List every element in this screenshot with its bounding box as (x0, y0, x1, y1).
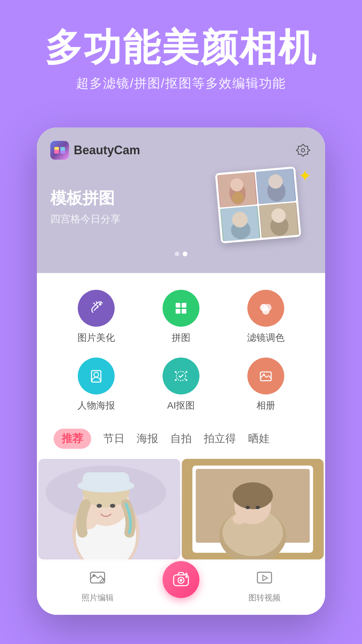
icon-cutout[interactable]: AI抠图 (142, 358, 220, 412)
beauty-label: 图片美化 (77, 331, 115, 344)
album-label: 相册 (256, 399, 275, 412)
video-label: 图转视频 (248, 592, 281, 603)
banner-description: 四宫格今日分享 (50, 212, 218, 226)
icon-poster[interactable]: 人物海报 (57, 358, 135, 412)
filter-icon-circle (247, 290, 284, 327)
svg-rect-45 (82, 472, 129, 487)
album-icon-circle (247, 358, 284, 394)
svg-rect-67 (257, 572, 272, 583)
collage-icon-circle (163, 290, 199, 327)
collage-cell-2 (256, 168, 296, 204)
hero-section: 多功能美颜相机 超多滤镜/拼图/抠图等多效编辑功能 (0, 0, 362, 105)
cutout-label: AI抠图 (167, 399, 195, 412)
svg-point-19 (99, 303, 102, 306)
collage-label: 拼图 (172, 331, 190, 344)
svg-line-21 (96, 302, 97, 304)
icon-beauty[interactable]: 图片美化 (57, 290, 135, 344)
tab-holiday[interactable]: 节日 (103, 429, 125, 449)
banner-header: BeautyCam (50, 141, 312, 160)
nav-video[interactable]: 图转视频 (248, 570, 281, 603)
svg-marker-68 (263, 575, 267, 581)
collage-cell-3 (220, 206, 260, 241)
tab-recommend[interactable]: 推荐 (54, 429, 91, 449)
sparkle-icon: ✦ (298, 166, 312, 185)
icon-filter[interactable]: 滤镜调色 (227, 290, 305, 344)
nav-camera-center[interactable] (163, 568, 199, 605)
settings-icon[interactable] (294, 142, 312, 159)
svg-point-58 (233, 514, 246, 524)
nav-photo-edit[interactable]: 照片编辑 (81, 570, 114, 603)
camera-button[interactable] (163, 561, 199, 598)
tab-poster[interactable]: 海报 (137, 429, 158, 449)
dot-2[interactable] (183, 252, 187, 256)
photo-grid (37, 459, 325, 561)
tab-selfie[interactable]: 自拍 (170, 429, 192, 449)
svg-rect-2 (54, 147, 59, 150)
svg-point-5 (301, 149, 305, 152)
dot-1[interactable] (175, 252, 179, 256)
tab-baby[interactable]: 晒娃 (248, 429, 269, 449)
svg-rect-25 (182, 309, 186, 314)
collage-cell-4 (259, 202, 299, 238)
svg-point-57 (256, 506, 260, 509)
svg-rect-22 (176, 303, 180, 308)
photo-item-2[interactable] (182, 459, 324, 559)
poster-label: 人物海报 (77, 399, 115, 412)
svg-point-35 (185, 379, 187, 381)
phone-mockup: BeautyCam 模板拼图 四宫格今日分享 (37, 127, 325, 615)
beauty-icon-circle (78, 290, 115, 327)
bottom-nav: 照片编辑 (37, 561, 325, 615)
svg-marker-4 (296, 144, 310, 156)
icon-collage[interactable]: 拼图 (142, 290, 220, 344)
icons-section: 图片美化 拼图 (37, 273, 325, 422)
cutout-icon-circle (163, 358, 199, 394)
app-logo-area: BeautyCam (50, 141, 140, 160)
svg-point-56 (246, 506, 250, 509)
banner-title: 模板拼图 (50, 187, 218, 209)
svg-rect-3 (60, 151, 65, 154)
app-logo-icon (50, 141, 69, 160)
banner-dots (50, 252, 312, 256)
tab-polaroid[interactable]: 拍立得 (204, 429, 236, 449)
svg-point-46 (97, 504, 102, 508)
svg-point-30 (94, 372, 99, 377)
svg-rect-24 (176, 309, 180, 314)
svg-point-32 (175, 371, 177, 373)
filter-label: 滤镜调色 (247, 331, 285, 344)
svg-point-37 (263, 374, 265, 376)
collage-grid (215, 166, 301, 244)
video-icon (256, 570, 273, 590)
svg-point-60 (93, 574, 95, 577)
category-section: 推荐 节日 海报 自拍 拍立得 晒娃 (37, 422, 325, 459)
photo-item-1[interactable] (38, 459, 180, 559)
svg-point-33 (185, 371, 187, 373)
svg-point-28 (262, 307, 269, 315)
banner-content: 模板拼图 四宫格今日分享 (50, 170, 312, 244)
app-name: BeautyCam (74, 143, 140, 157)
collage-cell-1 (217, 172, 257, 208)
svg-point-34 (175, 379, 177, 381)
photo-edit-icon (89, 570, 106, 590)
svg-point-64 (185, 576, 187, 578)
hero-subtitle: 超多滤镜/拼图/抠图等多效编辑功能 (20, 75, 342, 92)
banner-collage: ✦ (218, 170, 312, 244)
icons-grid: 图片美化 拼图 (57, 290, 305, 412)
banner-text: 模板拼图 四宫格今日分享 (50, 187, 218, 226)
svg-point-63 (180, 579, 182, 582)
svg-point-47 (110, 504, 115, 508)
category-tabs: 推荐 节日 海报 自拍 拍立得 晒娃 (54, 429, 308, 449)
banner-section: BeautyCam 模板拼图 四宫格今日分享 (37, 127, 325, 273)
svg-line-20 (94, 303, 95, 304)
icon-album[interactable]: 相册 (227, 358, 305, 412)
photo-edit-label: 照片编辑 (81, 592, 114, 603)
svg-point-55 (233, 482, 273, 509)
poster-icon-circle (78, 358, 115, 394)
hero-title: 多功能美颜相机 (20, 27, 342, 68)
svg-rect-23 (182, 303, 186, 308)
